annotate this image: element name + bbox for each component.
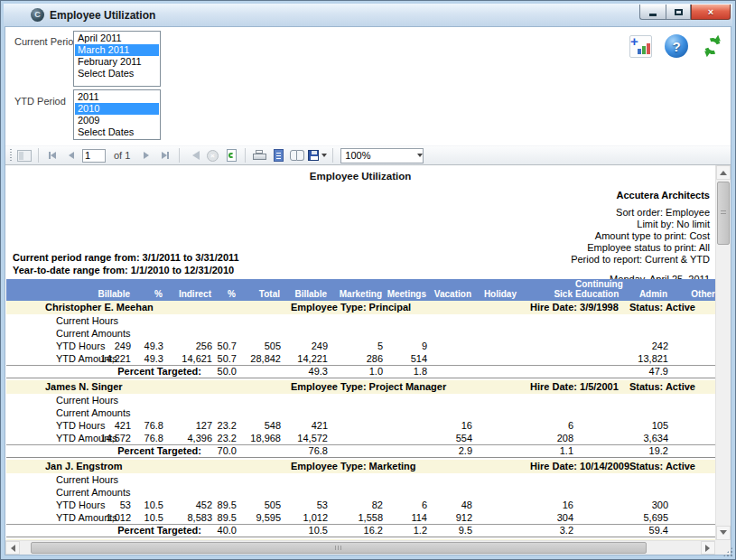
add-chart-icon[interactable]: + xyxy=(629,35,652,58)
value-cell: 6 xyxy=(519,419,575,432)
value-cell xyxy=(385,473,429,486)
scroll-left-button[interactable] xyxy=(5,541,20,555)
value-cell xyxy=(519,394,575,406)
page-count-label: of 1 xyxy=(114,150,130,161)
value-cell xyxy=(519,406,575,419)
value-cell xyxy=(165,473,214,486)
value-cell xyxy=(575,486,613,499)
listbox-option[interactable]: Select Dates xyxy=(75,126,159,138)
page-setup-button[interactable] xyxy=(289,147,305,163)
value-cell: 53 xyxy=(283,499,330,511)
value-cell xyxy=(214,314,238,327)
first-page-button[interactable] xyxy=(44,147,61,163)
value-cell xyxy=(283,406,330,419)
back-button[interactable] xyxy=(185,147,201,163)
value-cell xyxy=(330,406,385,419)
vertical-scrollbar[interactable] xyxy=(715,165,731,540)
page-number-input[interactable] xyxy=(82,149,106,163)
value-cell: 1,012 xyxy=(83,511,133,524)
value-cell xyxy=(474,352,519,365)
value-cell: 40.0 xyxy=(214,525,238,537)
value-cell: 1.0 xyxy=(330,366,385,378)
value-cell: 286 xyxy=(330,352,385,365)
status: Status: Active xyxy=(629,380,695,394)
value-cell xyxy=(575,366,613,378)
value-cell: 514 xyxy=(385,352,429,365)
scroll-up-button[interactable] xyxy=(716,165,731,180)
value-cell xyxy=(670,394,715,406)
value-cell: 304 xyxy=(519,511,575,524)
current-period-listbox[interactable]: April 2011March 2011February 2011Select … xyxy=(73,31,161,87)
arrow-up-icon xyxy=(720,167,727,175)
refresh-icon[interactable] xyxy=(701,34,724,58)
maximize-button[interactable] xyxy=(666,5,691,20)
value-cell xyxy=(575,406,613,419)
value-cell: 10.5 xyxy=(133,499,165,511)
row-label: Current Amounts xyxy=(6,327,83,340)
table-row: Current Amounts xyxy=(6,327,715,340)
value-cell: 28,842 xyxy=(238,352,283,365)
listbox-option[interactable]: March 2011 xyxy=(75,44,159,56)
last-page-button[interactable] xyxy=(157,147,173,163)
save-icon xyxy=(308,150,319,161)
value-cell xyxy=(670,352,715,365)
value-cell xyxy=(133,394,165,406)
export-button[interactable] xyxy=(308,147,327,163)
scroll-right-button[interactable] xyxy=(701,541,715,555)
vertical-scroll-thumb[interactable] xyxy=(717,182,730,245)
next-page-icon xyxy=(144,152,149,159)
employee-name: James N. Singer xyxy=(45,380,123,394)
value-cell xyxy=(670,499,715,511)
value-cell xyxy=(283,394,330,406)
table-row: Current Amounts xyxy=(6,486,715,499)
table-row: YTD Hours24949.325650.750524959242 xyxy=(6,340,715,352)
close-button[interactable]: × xyxy=(691,5,731,20)
value-cell xyxy=(474,314,519,327)
listbox-option[interactable]: Select Dates xyxy=(75,68,159,79)
value-cell xyxy=(474,327,519,340)
scroll-down-button[interactable] xyxy=(716,526,731,540)
value-cell xyxy=(429,314,474,327)
listbox-option[interactable]: February 2011 xyxy=(75,56,159,68)
value-cell xyxy=(238,445,283,457)
value-cell xyxy=(474,419,519,432)
value-cell xyxy=(575,511,613,524)
column-header: Billable xyxy=(83,289,133,301)
value-cell xyxy=(385,486,429,499)
help-icon[interactable]: ? xyxy=(665,34,688,58)
stop-icon: × xyxy=(207,150,219,162)
listbox-option[interactable]: 2010 xyxy=(75,103,159,115)
filter-panel: Current Period April 2011March 2011Febru… xyxy=(5,27,731,145)
row-label: YTD Hours xyxy=(6,499,83,511)
value-cell: 127 xyxy=(165,419,214,432)
zoom-select[interactable]: 100% xyxy=(340,148,424,163)
value-cell xyxy=(474,394,519,406)
value-cell: 48 xyxy=(429,499,474,511)
minimize-button[interactable] xyxy=(639,5,666,20)
arrow-left-icon xyxy=(7,545,15,552)
value-cell: 452 xyxy=(165,499,214,511)
print-button[interactable] xyxy=(251,147,267,163)
value-cell xyxy=(238,486,283,499)
horizontal-scrollbar[interactable] xyxy=(5,540,715,555)
refresh-report-button[interactable] xyxy=(223,147,239,163)
listbox-option[interactable]: 2009 xyxy=(75,115,159,126)
value-cell xyxy=(575,394,613,406)
next-page-button[interactable] xyxy=(138,147,154,163)
value-cell: 50.0 xyxy=(214,366,238,378)
previous-page-button[interactable] xyxy=(63,147,79,163)
stop-button[interactable]: × xyxy=(204,147,220,163)
ytd-period-listbox[interactable]: 201120102009Select Dates xyxy=(73,89,161,140)
listbox-option[interactable]: 2011 xyxy=(75,91,159,103)
value-cell xyxy=(429,486,474,499)
table-row: Current Hours xyxy=(6,394,715,406)
title-bar[interactable]: C Employee Utilization × xyxy=(4,4,732,26)
print-layout-button[interactable] xyxy=(270,147,286,163)
listbox-option[interactable]: April 2011 xyxy=(75,33,159,44)
value-cell xyxy=(519,327,575,340)
dropdown-caret-icon xyxy=(321,154,327,160)
value-cell xyxy=(474,473,519,486)
horizontal-scroll-thumb[interactable] xyxy=(31,542,647,554)
value-cell xyxy=(613,486,670,499)
document-map-button[interactable] xyxy=(16,147,33,163)
